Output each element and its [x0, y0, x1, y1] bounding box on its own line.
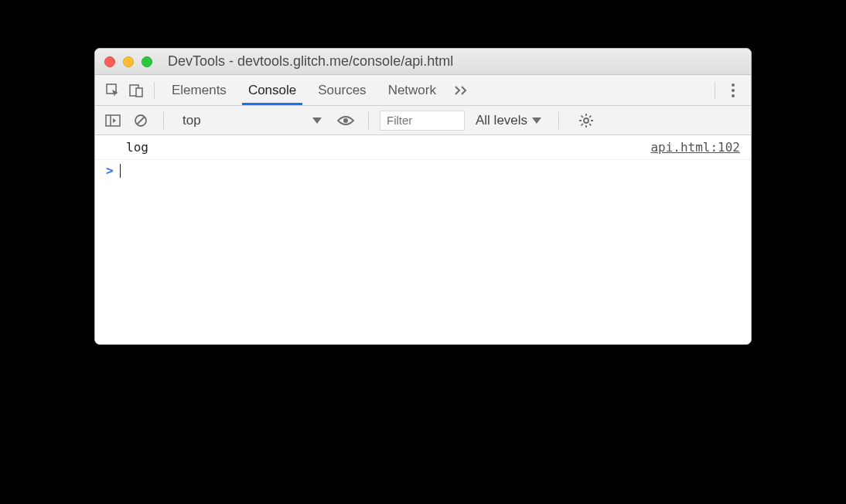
log-levels-selector[interactable]: All levels — [469, 113, 548, 128]
text-cursor — [120, 164, 121, 178]
console-toolbar: top All levels — [95, 106, 751, 135]
settings-icon[interactable] — [575, 109, 598, 132]
device-toggle-icon[interactable] — [125, 79, 148, 102]
inspect-element-icon[interactable] — [101, 79, 125, 102]
chevron-down-icon — [532, 117, 541, 124]
prompt-caret-icon: > — [106, 163, 114, 178]
console-output: log api.html:102 > — [95, 135, 751, 344]
clear-console-icon[interactable] — [129, 109, 152, 132]
kebab-menu-icon[interactable] — [721, 83, 745, 97]
close-icon[interactable] — [104, 56, 115, 67]
context-selector[interactable]: top — [175, 110, 329, 131]
svg-line-6 — [138, 117, 145, 124]
maximize-icon[interactable] — [142, 56, 152, 67]
panel-tabs: Elements Console Sources Network — [161, 75, 447, 105]
svg-rect-2 — [136, 88, 142, 97]
tab-elements[interactable]: Elements — [161, 75, 237, 105]
svg-line-13 — [582, 115, 583, 117]
levels-label: All levels — [476, 113, 527, 128]
divider — [368, 112, 369, 129]
source-link[interactable]: api.html:102 — [650, 140, 740, 155]
divider — [154, 82, 155, 99]
svg-point-8 — [584, 118, 588, 123]
context-label: top — [183, 113, 201, 128]
sidebar-toggle-icon[interactable] — [101, 109, 125, 132]
main-toolbar: Elements Console Sources Network — [95, 75, 751, 106]
tab-network[interactable]: Network — [377, 75, 447, 105]
svg-line-15 — [582, 124, 583, 125]
live-expression-icon[interactable] — [334, 109, 357, 132]
filter-input[interactable] — [380, 111, 465, 131]
devtools-window: DevTools - devtools.glitch.me/console/ap… — [94, 48, 752, 345]
divider — [558, 112, 559, 129]
minimize-icon[interactable] — [123, 56, 134, 67]
log-entry[interactable]: log api.html:102 — [95, 135, 751, 160]
console-prompt[interactable]: > — [95, 160, 751, 181]
svg-line-14 — [589, 124, 591, 125]
titlebar[interactable]: DevTools - devtools.glitch.me/console/ap… — [95, 49, 751, 75]
divider — [163, 112, 164, 129]
log-message: log — [126, 140, 148, 155]
traffic-lights — [104, 56, 152, 67]
window-title: DevTools - devtools.glitch.me/console/ap… — [168, 53, 742, 70]
svg-point-7 — [343, 118, 348, 123]
more-tabs-icon[interactable] — [447, 85, 478, 96]
svg-line-16 — [589, 115, 591, 117]
tab-sources[interactable]: Sources — [307, 75, 377, 105]
divider — [715, 82, 715, 99]
chevron-down-icon — [312, 117, 322, 124]
tab-console[interactable]: Console — [237, 75, 307, 105]
